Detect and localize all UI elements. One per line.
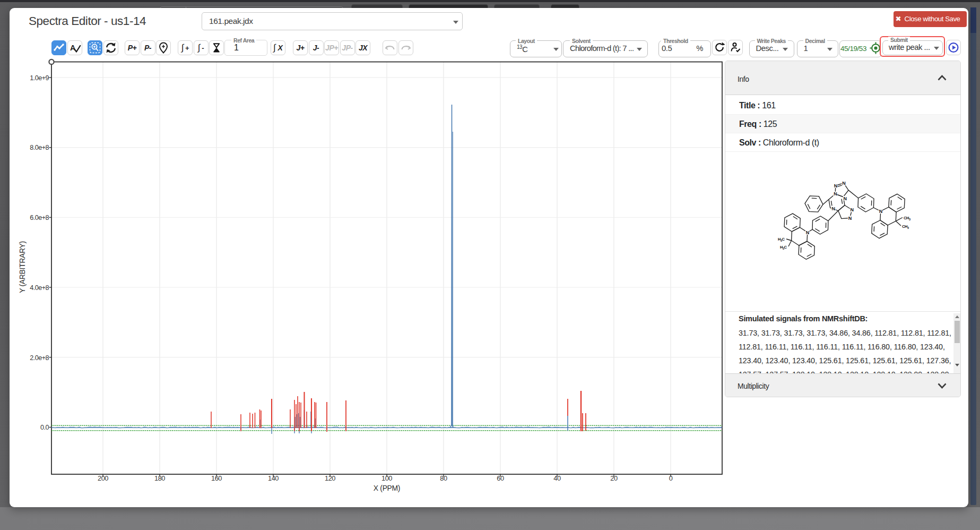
- svg-text:N: N: [834, 191, 837, 196]
- svg-text:CH3: CH3: [904, 216, 910, 221]
- svg-text:H3C: H3C: [778, 237, 785, 242]
- svg-text:H3C: H3C: [780, 245, 787, 250]
- svg-text:N: N: [842, 181, 845, 186]
- svg-text:N: N: [834, 183, 837, 189]
- svg-text:N: N: [851, 207, 854, 212]
- svg-text:N: N: [806, 230, 809, 235]
- svg-text:N: N: [832, 206, 835, 211]
- svg-text:N: N: [848, 216, 852, 221]
- svg-text:CH3: CH3: [902, 224, 909, 229]
- svg-text:N: N: [879, 209, 882, 214]
- svg-text:N: N: [843, 196, 846, 201]
